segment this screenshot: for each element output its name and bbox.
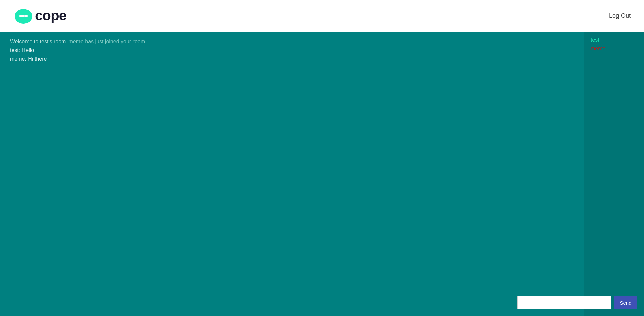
welcome-text: Welcome to test's room [10,39,66,45]
main-area: Welcome to test's room meme has just joi… [0,32,644,316]
logo-area: cope [13,6,66,26]
system-message-welcome: Welcome to test's room meme has just joi… [10,39,574,45]
chat-message-1: test: Hello [10,47,574,53]
chat-panel: Welcome to test's room meme has just joi… [0,32,584,316]
user-item-guest: meme [591,46,637,52]
input-area: Send [517,296,637,309]
logout-button[interactable]: Log Out [609,12,631,19]
message-text-1: test: Hello [10,47,34,53]
header: cope Log Out [0,0,644,32]
send-button[interactable]: Send [614,296,637,309]
svg-point-1 [19,15,22,17]
svg-point-3 [25,15,28,17]
chat-message-2: meme: Hi there [10,56,574,62]
svg-point-2 [22,15,25,17]
join-text: meme has just joined your room. [68,39,146,45]
user-item-host: test [591,37,637,43]
users-sidebar: test meme [584,32,644,316]
message-input[interactable] [517,296,611,309]
message-text-2: meme: Hi there [10,56,47,62]
logo-text: cope [35,8,66,24]
logo-icon [13,6,34,26]
